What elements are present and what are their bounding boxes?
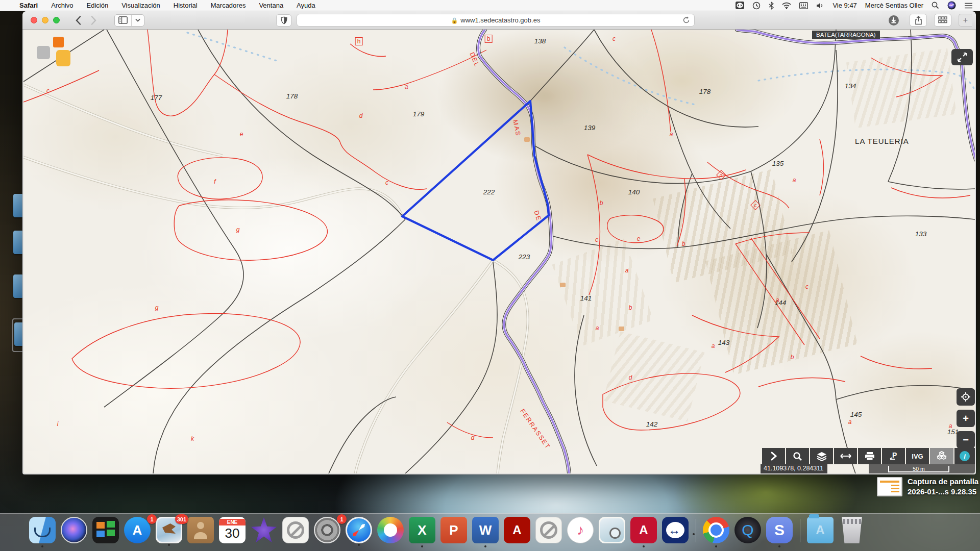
- teamviewer-icon: ↔: [662, 517, 689, 543]
- bluetooth-status-icon[interactable]: [769, 2, 774, 10]
- mission-control-icon: [92, 517, 119, 543]
- reload-button[interactable]: [682, 16, 690, 26]
- dock-acrobat[interactable]: A: [501, 517, 533, 550]
- teamviewer-status-icon[interactable]: [736, 2, 744, 9]
- dock-finder[interactable]: [27, 517, 58, 550]
- dock-imovie[interactable]: [248, 517, 280, 550]
- dock-blocked-app[interactable]: [280, 517, 311, 550]
- menu-marcadores[interactable]: Marcadores: [211, 2, 246, 9]
- menu-edición[interactable]: Edición: [87, 2, 109, 9]
- new-tab-button[interactable]: +: [959, 14, 972, 27]
- dock-contacts[interactable]: [185, 517, 216, 550]
- printer-icon: [865, 452, 875, 461]
- dock-safari[interactable]: [343, 517, 375, 550]
- safari-icon: [346, 517, 372, 543]
- keyboard-input-status-icon[interactable]: [799, 2, 808, 9]
- dock-system-preferences[interactable]: 1: [311, 517, 343, 550]
- calendar-icon: ENE30: [219, 517, 246, 543]
- running-indicator: [168, 544, 170, 546]
- downloads-button[interactable]: [885, 14, 902, 27]
- user-menu[interactable]: Mercè Sentias Oller: [865, 2, 923, 9]
- zoom-out-button[interactable]: −: [957, 431, 975, 448]
- dock-app-store[interactable]: A1: [121, 517, 153, 550]
- dock-blocked-app[interactable]: [533, 517, 565, 550]
- cadastral-map[interactable]: 1771781781792222231381391401411421431441…: [23, 30, 975, 473]
- zoom-window-button[interactable]: [53, 17, 60, 23]
- trash-icon: [839, 517, 865, 543]
- time-machine-status-icon[interactable]: [752, 2, 761, 10]
- dock-trash[interactable]: [836, 517, 868, 550]
- scale-bar: 50 m: [888, 466, 949, 472]
- layers-button[interactable]: [810, 448, 833, 464]
- background-window-tab[interactable]: [13, 194, 23, 217]
- dock-mail[interactable]: 301: [153, 517, 185, 550]
- map-search-button[interactable]: [786, 448, 809, 464]
- menu-ventana[interactable]: Ventana: [259, 2, 283, 9]
- measure-distance-button[interactable]: [834, 448, 857, 464]
- notification-center-icon[interactable]: [964, 2, 973, 9]
- print-button[interactable]: [858, 448, 881, 464]
- dock-calendar[interactable]: ENE30: [216, 517, 248, 550]
- sidebar-view-chevron-button[interactable]: [132, 15, 144, 26]
- dock-chrome[interactable]: [700, 517, 732, 550]
- menu-historial[interactable]: Historial: [174, 2, 198, 9]
- forward-button[interactable]: [87, 14, 100, 27]
- siri-icon: [61, 517, 87, 543]
- quicktime-icon: Q: [734, 517, 761, 543]
- siri-status-icon[interactable]: [947, 1, 956, 10]
- address-bar[interactable]: 🔒www1.sedecatastro.gob.es: [297, 14, 695, 27]
- background-window-tab[interactable]: [13, 231, 23, 254]
- desktop: { "menu_bar": { "apple": "", "items": ["…: [0, 0, 980, 551]
- fullscreen-expand-button[interactable]: [951, 49, 973, 65]
- back-button[interactable]: [71, 14, 85, 27]
- dock-teamviewer[interactable]: ↔: [659, 517, 691, 550]
- close-window-button[interactable]: [31, 17, 37, 23]
- spotlight-search-icon[interactable]: [932, 2, 939, 9]
- parcel-pin-button[interactable]: P: [882, 448, 905, 464]
- minimize-window-button[interactable]: [42, 17, 48, 23]
- menu-items: SafariArchivoEdiciónVisualizaciónHistori…: [19, 2, 329, 9]
- volume-status-icon[interactable]: [816, 2, 824, 9]
- wifi-status-icon[interactable]: [782, 2, 791, 9]
- clock[interactable]: Vie 9:47: [832, 2, 856, 9]
- info-button[interactable]: i: [954, 448, 975, 464]
- dock-acrobat-reader[interactable]: A: [628, 517, 659, 550]
- dock-music[interactable]: ♪: [565, 517, 596, 550]
- menu-archivo[interactable]: Archivo: [51, 2, 73, 9]
- menu-visualización[interactable]: Visualización: [121, 2, 160, 9]
- dock-quicktime[interactable]: Q: [732, 517, 764, 550]
- powerpoint-icon: P: [440, 517, 467, 543]
- expand-icon: [957, 52, 967, 62]
- app-store-icon: A: [124, 517, 151, 543]
- dock-image-capture[interactable]: [596, 517, 628, 550]
- sidebar-toggle-group: [114, 14, 144, 27]
- zoom-in-button[interactable]: +: [957, 410, 975, 427]
- sidebar-toggle-button[interactable]: [115, 15, 131, 26]
- dock-photos[interactable]: [375, 517, 406, 550]
- finder-icon: [29, 517, 56, 543]
- dock-excel[interactable]: X: [406, 517, 438, 550]
- running-indicator: [484, 545, 486, 547]
- collapse-panel-button[interactable]: [762, 448, 785, 464]
- tab-overview-button[interactable]: [934, 14, 951, 27]
- menu-safari[interactable]: Safari: [19, 2, 38, 9]
- ivg-button[interactable]: IVG: [906, 448, 929, 464]
- privacy-shield-button[interactable]: [276, 14, 291, 27]
- dock-word[interactable]: W: [470, 517, 501, 550]
- dock-mission-control[interactable]: [90, 517, 121, 550]
- share-button[interactable]: [910, 14, 927, 27]
- screenshot-caption: Captura de pantalla 2026-01-...s 9.28.35: [908, 477, 978, 497]
- badge: 301: [175, 514, 188, 524]
- layers-icon: [816, 452, 827, 461]
- dock-applications-folder[interactable]: [804, 517, 836, 550]
- dock-skype[interactable]: S: [764, 517, 795, 550]
- music-icon: ♪: [567, 517, 594, 543]
- background-window-tab[interactable]: [13, 274, 23, 298]
- dock-siri[interactable]: [58, 517, 90, 550]
- screenshot-notification[interactable]: Captura de pantalla 2026-01-...s 9.28.35: [877, 477, 978, 497]
- 3d-view-button[interactable]: [930, 448, 953, 464]
- dock-powerpoint[interactable]: P: [438, 517, 470, 550]
- pan-mode-button[interactable]: [957, 388, 975, 406]
- menu-ayuda[interactable]: Ayuda: [297, 2, 315, 9]
- screenshot-thumbnail[interactable]: [877, 477, 902, 496]
